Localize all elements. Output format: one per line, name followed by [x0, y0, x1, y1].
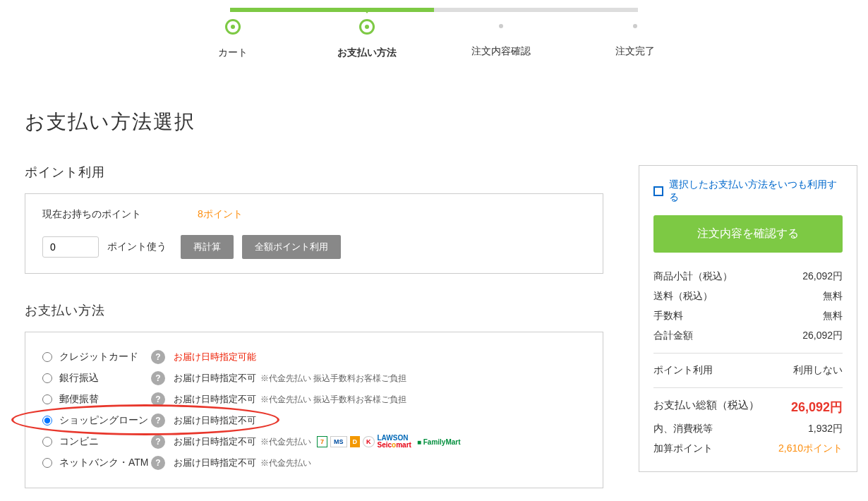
summary-fee: 手数料無料 — [653, 306, 843, 326]
pay-note: お届け日時指定可能 — [174, 351, 256, 363]
page-title: お支払い方法選択 — [25, 109, 603, 135]
pay-option-credit-card[interactable]: クレジットカード ? お届け日時指定可能 — [42, 346, 586, 368]
summary-tax: 内、消費税等1,932円 — [653, 419, 843, 439]
ministop-logo-icon: MS — [330, 436, 347, 447]
help-icon[interactable]: ? — [151, 371, 165, 385]
pay-option-shopping-loan[interactable]: ショッピングローン ? お届け日時指定不可 — [42, 410, 586, 431]
step-label: 注文内容確認 — [434, 45, 568, 58]
pay-note: お届け日時指定不可 — [174, 393, 256, 406]
pay-name: ネットバンク・ATM — [59, 457, 151, 469]
help-icon[interactable]: ? — [151, 435, 165, 449]
order-summary-box: 選択したお支払い方法をいつも利用する 注文内容を確認する 商品小計（税込）26,… — [639, 165, 857, 472]
points-box: 現在お持ちのポイント 8ポイント ポイント使う 再計算 全額ポイント利用 — [25, 193, 603, 274]
summary-point-use: ポイント利用利用しない — [653, 361, 843, 380]
pay-note: お届け日時指定不可 — [174, 435, 256, 448]
payment-methods-box: クレジットカード ? お届け日時指定可能 銀行振込 ? お届け日時指定不可 ※代… — [25, 332, 603, 488]
summary-subtotal: 商品小計（税込）26,092円 — [653, 267, 843, 286]
pay-option-netbank-atm[interactable]: ネットバンク・ATM ? お届け日時指定不可 ※代金先払い — [42, 452, 586, 473]
current-points-value: 8ポイント — [198, 208, 243, 221]
seven-eleven-logo-icon: 7 — [317, 436, 327, 447]
summary-total-amount: 合計金額26,092円 — [653, 326, 843, 346]
step-payment: お支払い方法 — [300, 21, 434, 59]
radio-bank-transfer[interactable] — [42, 373, 52, 383]
pay-note: お届け日時指定不可 — [174, 372, 256, 385]
remember-payment-checkbox[interactable]: 選択したお支払い方法をいつも利用する — [653, 179, 843, 204]
step-dot-icon — [227, 21, 239, 32]
pay-option-bank-transfer[interactable]: 銀行振込 ? お届け日時指定不可 ※代金先払い 振込手数料お客様ご負担 — [42, 368, 586, 389]
summary-grand-total: お支払い総額（税込）26,092円 — [653, 395, 843, 419]
pay-note: お届け日時指定不可 — [174, 414, 256, 427]
points-input[interactable] — [42, 236, 99, 258]
radio-convenience-store[interactable] — [42, 437, 52, 447]
checkout-stepper: カート お支払い方法 注文内容確認 注文完了 — [166, 0, 702, 95]
all-points-button[interactable]: 全額ポイント利用 — [242, 235, 341, 259]
payment-heading: お支払い方法 — [25, 302, 603, 319]
step-label: 注文完了 — [568, 45, 702, 58]
pay-name: クレジットカード — [59, 351, 151, 363]
step-label: お支払い方法 — [300, 47, 434, 59]
help-icon[interactable]: ? — [151, 414, 165, 428]
convenience-store-logos: 7 MS D K LAWSON Seicomart ■ FamilyMart — [317, 435, 461, 449]
step-cart: カート — [166, 21, 300, 59]
step-confirm: 注文内容確認 — [434, 21, 568, 58]
step-dot-icon — [496, 21, 506, 31]
pay-note-sub: ※代金先払い — [260, 457, 311, 469]
step-dot-icon — [361, 21, 373, 32]
radio-shopping-loan[interactable] — [42, 416, 52, 425]
pay-note-sub: ※代金先払い 振込手数料お客様ご負担 — [260, 394, 406, 406]
help-icon[interactable]: ? — [151, 392, 165, 406]
pay-name: コンビニ — [59, 435, 151, 448]
summary-shipping: 送料（税込）無料 — [653, 286, 843, 306]
pay-option-postal-transfer[interactable]: 郵便振替 ? お届け日時指定不可 ※代金先払い 振込手数料お客様ご負担 — [42, 389, 586, 410]
points-heading: ポイント利用 — [25, 164, 603, 181]
help-icon[interactable]: ? — [151, 456, 165, 470]
pay-option-convenience-store[interactable]: コンビニ ? お届け日時指定不可 ※代金先払い 7 MS D K LAWSON … — [42, 431, 586, 452]
summary-add-points: 加算ポイント2,610ポイント — [653, 439, 843, 459]
pay-note: お届け日時指定不可 — [174, 457, 256, 469]
pay-name: ショッピングローン — [59, 414, 151, 427]
step-dot-icon — [630, 21, 640, 31]
pay-note-sub: ※代金先払い 振込手数料お客様ご負担 — [260, 373, 406, 385]
step-done: 注文完了 — [568, 21, 702, 58]
radio-credit-card[interactable] — [42, 352, 52, 362]
daily-logo-icon: D — [350, 436, 361, 447]
pay-name: 郵便振替 — [59, 393, 151, 406]
circle-k-logo-icon: K — [363, 436, 375, 447]
help-icon[interactable]: ? — [151, 350, 165, 364]
checkbox-icon — [653, 186, 663, 196]
current-points-label: 現在お持ちのポイント — [42, 208, 198, 221]
confirm-order-button[interactable]: 注文内容を確認する — [653, 215, 843, 253]
radio-netbank-atm[interactable] — [42, 458, 52, 468]
recalc-button[interactable]: 再計算 — [181, 235, 234, 259]
step-label: カート — [166, 47, 300, 59]
familymart-logo-icon: ■ FamilyMart — [417, 438, 461, 446]
radio-postal-transfer[interactable] — [42, 394, 52, 404]
pay-note-sub: ※代金先払い — [260, 436, 311, 448]
remember-payment-label: 選択したお支払い方法をいつも利用する — [669, 179, 843, 204]
points-use-label: ポイント使う — [107, 241, 167, 253]
pay-name: 銀行振込 — [59, 372, 151, 385]
